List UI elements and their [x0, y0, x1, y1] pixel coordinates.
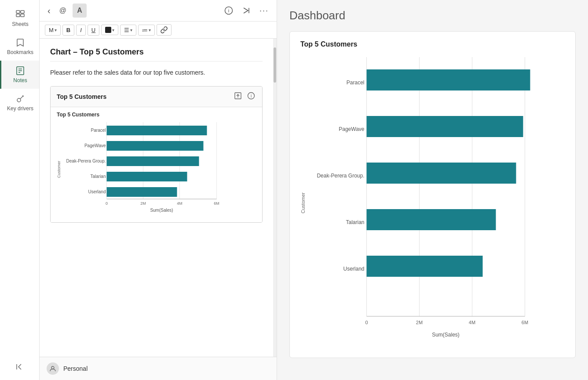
link-button[interactable] [157, 24, 172, 36]
embedded-chart-svg: Paracel PageWave Deak-Perera Group. [63, 122, 256, 214]
list-icon: ≔ [142, 27, 148, 33]
dashboard-title: Dashboard [289, 9, 576, 22]
svg-text:2M: 2M [416, 320, 423, 325]
svg-text:Deak-Perera Group.: Deak-Perera Group. [66, 159, 106, 163]
more-options-button[interactable]: ··· [257, 4, 271, 17]
notes-content: Chart – Top 5 Customers Pleaser refer to… [40, 39, 277, 357]
chart-info-icon: i [247, 92, 255, 100]
avatar [47, 362, 59, 375]
embedded-chart-subtitle: Top 5 Customers [57, 112, 256, 118]
list-button[interactable]: ≔ ▾ [138, 25, 155, 36]
embedded-chart: Top 5 Customers [50, 86, 263, 223]
svg-text:Paracel: Paracel [91, 128, 106, 133]
align-chevron: ▾ [130, 28, 132, 33]
embedded-bar-chart: Top 5 Customers Customer [51, 107, 262, 222]
svg-text:PageWave: PageWave [339, 126, 365, 132]
color-swatch [105, 27, 111, 33]
svg-point-40 [51, 366, 54, 369]
notes-icon [15, 66, 25, 76]
skip-end-icon [242, 6, 251, 15]
svg-text:i: i [228, 8, 229, 13]
svg-text:Sum(Sales): Sum(Sales) [432, 332, 460, 338]
svg-rect-31 [107, 172, 187, 181]
dashboard-chart-svg: Paracel PageWave Deak-Perera Group. Tala… [309, 57, 565, 347]
svg-text:0: 0 [106, 201, 108, 206]
chart-embed-header: Top 5 Customers [51, 87, 262, 107]
sidebar: Sheets Bookmarks Notes Key drivers [0, 0, 40, 380]
notes-footer: Personal [40, 357, 277, 380]
collapse-button[interactable] [15, 362, 24, 373]
main-area: ‹ @ A i ··· M ▾ [40, 0, 588, 380]
sidebar-bookmarks-label: Bookmarks [7, 49, 33, 55]
svg-point-8 [17, 98, 21, 102]
collapse-icon [15, 362, 24, 371]
sidebar-sheets-label: Sheets [12, 21, 28, 27]
svg-text:Talarian: Talarian [346, 219, 364, 225]
info-icon: i [224, 6, 233, 15]
export-chart-button[interactable] [233, 91, 243, 102]
list-chevron: ▾ [149, 28, 151, 33]
sidebar-item-notes[interactable]: Notes [0, 61, 39, 89]
notes-title: Chart – Top 5 Customers [50, 47, 263, 62]
dashboard-panel[interactable]: Dashboard Top 5 Customers Customer [277, 0, 588, 380]
svg-text:0: 0 [365, 320, 368, 325]
svg-rect-50 [367, 163, 516, 184]
align-icon: ☰ [124, 27, 129, 33]
export-icon [234, 92, 242, 100]
notes-body: Pleaser refer to the sales data for our … [50, 68, 263, 77]
back-button[interactable]: ‹ [45, 4, 53, 18]
italic-button[interactable]: I [76, 25, 86, 36]
skip-end-button[interactable] [239, 4, 253, 17]
bold-button[interactable]: B [62, 25, 74, 36]
sidebar-bottom [0, 356, 39, 380]
personal-label: Personal [63, 365, 88, 372]
svg-text:4M: 4M [469, 320, 475, 325]
scrollbar-thumb [274, 47, 276, 83]
link-icon [161, 26, 168, 33]
svg-line-9 [20, 96, 23, 99]
notes-scrollbar[interactable] [273, 39, 277, 357]
notes-panel: ‹ @ A i ··· M ▾ [40, 0, 277, 380]
bookmark-icon [15, 38, 25, 47]
grid-icon [15, 10, 25, 19]
svg-rect-52 [367, 209, 496, 230]
info-button[interactable]: i [222, 4, 236, 17]
svg-rect-46 [367, 69, 530, 90]
dashboard-chart-title: Top 5 Customers [300, 40, 565, 48]
svg-text:Paracel: Paracel [347, 80, 365, 86]
toolbar-top: ‹ @ A i ··· [40, 0, 277, 22]
svg-text:Deak-Perera Group.: Deak-Perera Group. [317, 173, 364, 179]
align-button[interactable]: ☰ ▾ [120, 25, 136, 36]
style-label: M [49, 27, 54, 33]
svg-rect-48 [367, 116, 523, 137]
underline-button[interactable]: U [88, 25, 99, 36]
color-chevron: ▾ [112, 28, 114, 33]
sidebar-key-drivers-label: Key drivers [7, 105, 33, 112]
svg-text:Userland: Userland [343, 266, 364, 272]
chart-info-button[interactable]: i [246, 91, 256, 102]
svg-text:Talarian: Talarian [90, 174, 106, 179]
style-dropdown-button[interactable]: M ▾ [45, 25, 61, 36]
sidebar-item-bookmarks[interactable]: Bookmarks [0, 33, 39, 61]
text-style-button[interactable]: A [73, 4, 87, 18]
svg-text:Userland: Userland [88, 189, 106, 194]
notes-scroll-area[interactable]: Chart – Top 5 Customers Pleaser refer to… [40, 39, 273, 357]
sidebar-item-key-drivers[interactable]: Key drivers [0, 89, 39, 117]
svg-text:2M: 2M [140, 201, 146, 206]
svg-rect-2 [16, 14, 20, 17]
sidebar-notes-label: Notes [13, 77, 27, 83]
sidebar-item-sheets[interactable]: Sheets [0, 4, 39, 33]
at-button[interactable]: @ [57, 5, 69, 16]
person-icon [49, 365, 56, 372]
key-drivers-icon [15, 94, 25, 104]
svg-rect-1 [21, 11, 24, 13]
svg-rect-25 [107, 126, 207, 135]
svg-text:4M: 4M [177, 201, 183, 206]
style-chevron: ▾ [55, 28, 57, 33]
svg-text:Sum(Sales): Sum(Sales) [150, 208, 173, 213]
svg-rect-33 [107, 187, 177, 197]
svg-text:6M: 6M [522, 320, 528, 325]
color-picker-button[interactable]: ▾ [101, 25, 118, 35]
dashboard-chart-card: Top 5 Customers Customer Paracel [289, 31, 576, 358]
svg-rect-27 [107, 141, 204, 151]
